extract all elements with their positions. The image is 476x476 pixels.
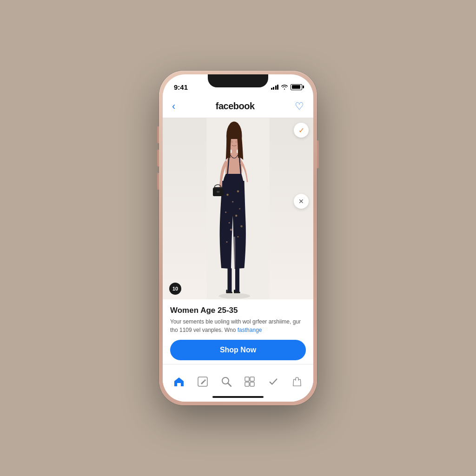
product-desc-text: Your sements ble uoling with wol grfeer …	[170, 318, 301, 333]
svg-rect-34	[245, 377, 249, 381]
svg-rect-25	[217, 191, 219, 193]
product-description: Your sements ble uoling with wol grfeer …	[170, 318, 306, 334]
product-title: Women Age 25-35	[170, 306, 306, 315]
svg-point-1	[219, 293, 251, 299]
svg-point-9	[232, 201, 233, 203]
battery-icon	[291, 84, 302, 90]
checkmark-icon: ✓	[298, 126, 304, 135]
close-button[interactable]: ✕	[294, 194, 309, 209]
bag-icon	[292, 377, 302, 387]
svg-point-14	[239, 208, 240, 210]
notch	[208, 74, 268, 87]
phone-screen: 9:41 ‹ facebook	[163, 74, 313, 402]
svg-rect-36	[245, 382, 249, 386]
svg-point-13	[229, 222, 230, 224]
home-indicator	[212, 396, 264, 398]
tab-grid[interactable]	[238, 377, 262, 387]
svg-point-12	[235, 215, 238, 217]
svg-point-29	[235, 140, 238, 143]
checkmark-button[interactable]: ✓	[294, 123, 309, 138]
home-icon	[173, 377, 185, 387]
svg-point-8	[226, 194, 229, 196]
svg-point-11	[225, 212, 226, 213]
tab-check[interactable]	[262, 377, 285, 387]
svg-point-18	[240, 225, 243, 227]
svg-rect-6	[226, 290, 227, 292]
svg-rect-2	[227, 268, 231, 293]
svg-point-28	[231, 140, 233, 143]
back-button[interactable]: ‹	[172, 100, 175, 112]
svg-line-33	[228, 383, 231, 386]
close-icon: ✕	[298, 198, 304, 205]
grid-icon	[245, 377, 255, 387]
svg-point-15	[230, 229, 232, 231]
svg-point-16	[237, 236, 238, 238]
product-info: Women Age 25-35 Your sements ble uoling …	[163, 299, 313, 369]
shop-now-button[interactable]: Shop Now	[170, 340, 306, 360]
phone-frame: 9:41 ‹ facebook	[159, 71, 317, 405]
product-image	[196, 118, 280, 299]
svg-rect-7	[234, 290, 235, 292]
svg-point-17	[226, 241, 227, 243]
tab-edit[interactable]	[191, 377, 215, 387]
tab-home[interactable]	[167, 377, 191, 387]
svg-rect-3	[235, 268, 239, 293]
product-image-area: ✓ ✕ 10	[163, 118, 313, 299]
signal-icon	[271, 85, 279, 90]
nav-bar: ‹ facebook ♡	[163, 95, 313, 118]
tab-bag[interactable]	[285, 377, 309, 387]
tab-search[interactable]	[214, 377, 238, 387]
status-icons	[271, 84, 303, 90]
app-title: facebook	[216, 101, 255, 112]
search-icon	[221, 377, 231, 387]
svg-rect-35	[250, 377, 254, 381]
image-counter: 10	[169, 283, 181, 295]
wifi-icon	[281, 84, 288, 90]
status-time: 9:41	[174, 83, 188, 91]
svg-rect-37	[250, 382, 254, 386]
heart-button[interactable]: ♡	[295, 100, 304, 112]
edit-icon	[198, 377, 208, 387]
product-desc-link[interactable]: fasthange	[238, 327, 262, 333]
divider	[163, 364, 313, 364]
product-image-bg: ✓ ✕ 10	[163, 118, 313, 299]
check-icon	[268, 377, 278, 387]
svg-point-10	[237, 190, 239, 192]
